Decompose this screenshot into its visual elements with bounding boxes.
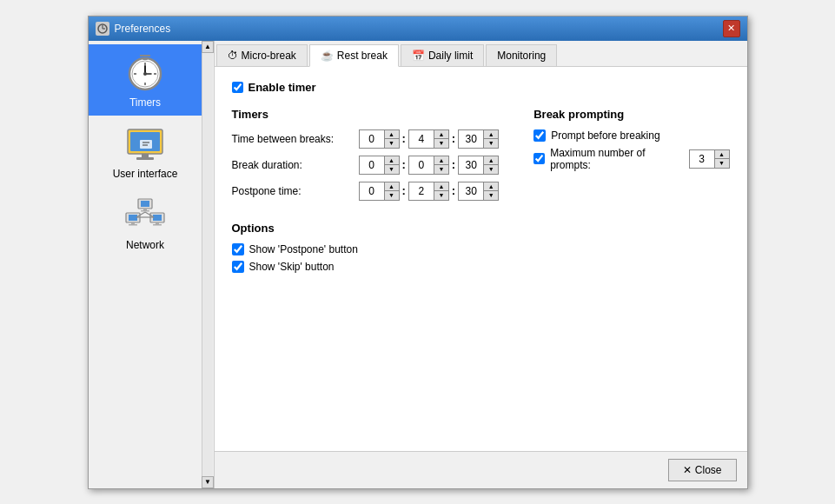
seconds-input-3[interactable] [459, 182, 483, 200]
svg-rect-26 [153, 215, 162, 221]
sidebar-item-timers[interactable]: Timers [89, 44, 202, 116]
svg-rect-12 [142, 57, 148, 60]
hours-down-3[interactable]: ▼ [385, 191, 399, 200]
title-bar: Preferences ✕ [89, 17, 747, 41]
rest-break-icon: ☕ [321, 50, 334, 62]
minutes-down-3[interactable]: ▼ [434, 191, 448, 200]
break-prompting-section: Break prompting Prompt before breaking M… [533, 108, 729, 208]
sidebar-timers-label: Timers [129, 96, 161, 109]
sidebar-item-user-interface[interactable]: User interface [89, 116, 202, 187]
seconds-input-2[interactable] [459, 156, 483, 174]
seconds-buttons-2: ▲ ▼ [483, 156, 498, 174]
colon-4: : [452, 158, 455, 171]
show-skip-row: Show 'Skip' button [232, 261, 730, 273]
colon-2: : [452, 132, 455, 145]
time-between-breaks-label: Time between breaks: [232, 133, 354, 145]
hours-spinner-1: ▲ ▼ [359, 129, 400, 149]
hours-down-2[interactable]: ▼ [385, 165, 399, 174]
prompt-before-breaking-checkbox[interactable] [533, 129, 546, 142]
daily-limit-icon: 📅 [412, 50, 425, 62]
minutes-spinner-3: ▲ ▼ [408, 182, 449, 201]
window-close-button[interactable]: ✕ [723, 20, 740, 37]
footer: ✕ Close [215, 451, 747, 488]
tab-daily-limit[interactable]: 📅 Daily limit [401, 44, 484, 66]
hours-input-1[interactable] [360, 130, 384, 148]
hours-input-3[interactable] [360, 182, 384, 200]
tab-rest-break[interactable]: ☕ Rest break [309, 44, 399, 67]
preferences-window: Preferences ✕ [88, 16, 748, 489]
title-bar-left: Preferences [96, 22, 171, 36]
colon-6: : [452, 184, 455, 197]
max-prompts-input[interactable] [690, 150, 714, 168]
show-postpone-label: Show 'Postpone' button [249, 243, 358, 255]
minutes-up-2[interactable]: ▲ [434, 156, 448, 165]
close-button[interactable]: ✕ Close [668, 459, 737, 481]
seconds-buttons-3: ▲ ▼ [483, 182, 498, 200]
seconds-spinner-2: ▲ ▼ [458, 156, 499, 175]
two-columns: Timers Time between breaks: ▲ ▼ [232, 108, 730, 208]
minutes-down-2[interactable]: ▼ [434, 165, 448, 174]
enable-timer-checkbox[interactable] [232, 82, 243, 93]
seconds-input-1[interactable] [459, 130, 483, 148]
sidebar-network-label: Network [126, 239, 164, 251]
options-section: Options Show 'Postpone' button Show 'Ski… [232, 222, 730, 273]
svg-rect-22 [129, 215, 137, 221]
window-body: Timers [89, 41, 747, 488]
seconds-down-1[interactable]: ▼ [484, 139, 498, 148]
prompt-before-breaking-row: Prompt before breaking [533, 129, 729, 142]
seconds-up-1[interactable]: ▲ [484, 130, 498, 139]
minutes-down-1[interactable]: ▼ [434, 139, 448, 148]
show-postpone-checkbox[interactable] [232, 243, 244, 255]
minutes-up-3[interactable]: ▲ [434, 182, 448, 191]
hours-down-1[interactable]: ▼ [385, 139, 399, 148]
hours-input-2[interactable] [360, 156, 384, 174]
postpone-time-row: Postpone time: ▲ ▼ : [232, 182, 500, 201]
colon-5: : [402, 184, 406, 197]
svg-rect-23 [131, 222, 135, 224]
hours-up-2[interactable]: ▲ [385, 156, 399, 165]
max-prompts-spinner: ▲ ▼ [689, 149, 730, 169]
svg-point-11 [143, 72, 147, 76]
minutes-input-1[interactable] [409, 130, 434, 148]
enable-timer-label: Enable timer [249, 81, 316, 94]
max-prompts-up[interactable]: ▲ [715, 150, 729, 159]
micro-break-icon: ⏱ [228, 50, 238, 62]
max-prompts-checkbox[interactable] [533, 153, 545, 164]
hours-up-1[interactable]: ▲ [385, 130, 399, 139]
sidebar-item-network[interactable]: Network [89, 187, 202, 258]
svg-rect-18 [140, 140, 152, 149]
show-skip-checkbox[interactable] [232, 261, 244, 273]
minutes-input-3[interactable] [409, 182, 434, 200]
minutes-input-2[interactable] [409, 156, 434, 174]
scroll-down-arrow[interactable]: ▼ [202, 476, 214, 488]
minutes-buttons-3: ▲ ▼ [434, 182, 448, 200]
minutes-buttons-2: ▲ ▼ [434, 156, 448, 174]
close-button-icon: ✕ [683, 464, 692, 476]
hours-buttons-1: ▲ ▼ [384, 130, 399, 148]
time-between-breaks-row: Time between breaks: ▲ ▼ : [232, 129, 500, 149]
minutes-buttons-1: ▲ ▼ [434, 130, 448, 148]
break-duration-row: Break duration: ▲ ▼ : [232, 156, 500, 175]
svg-rect-28 [153, 224, 162, 226]
network-icon [124, 194, 166, 235]
svg-rect-24 [129, 224, 137, 226]
hours-up-3[interactable]: ▲ [385, 182, 399, 191]
seconds-up-2[interactable]: ▲ [484, 156, 498, 165]
user-interface-icon [124, 123, 166, 164]
tab-monitoring[interactable]: Monitoring [486, 44, 557, 66]
options-title: Options [232, 222, 730, 235]
tab-micro-break[interactable]: ⏱ Micro-break [216, 44, 308, 66]
max-prompts-row: Maximum number of prompts: ▲ ▼ [533, 147, 729, 171]
seconds-up-3[interactable]: ▲ [484, 182, 498, 191]
seconds-down-3[interactable]: ▼ [484, 191, 498, 200]
time-between-breaks-spinners: ▲ ▼ : ▲ ▼ [359, 129, 500, 149]
minutes-spinner-2: ▲ ▼ [408, 156, 449, 175]
timers-section-title: Timers [232, 108, 500, 121]
scroll-up-arrow[interactable]: ▲ [202, 41, 214, 53]
sidebar-scrollbar[interactable]: ▲ ▼ [202, 41, 214, 488]
main-content: ⏱ Micro-break ☕ Rest break 📅 Daily limit… [215, 41, 747, 488]
seconds-down-2[interactable]: ▼ [484, 165, 498, 174]
minutes-up-1[interactable]: ▲ [434, 130, 448, 139]
app-icon [96, 22, 109, 36]
max-prompts-down[interactable]: ▼ [715, 159, 729, 168]
